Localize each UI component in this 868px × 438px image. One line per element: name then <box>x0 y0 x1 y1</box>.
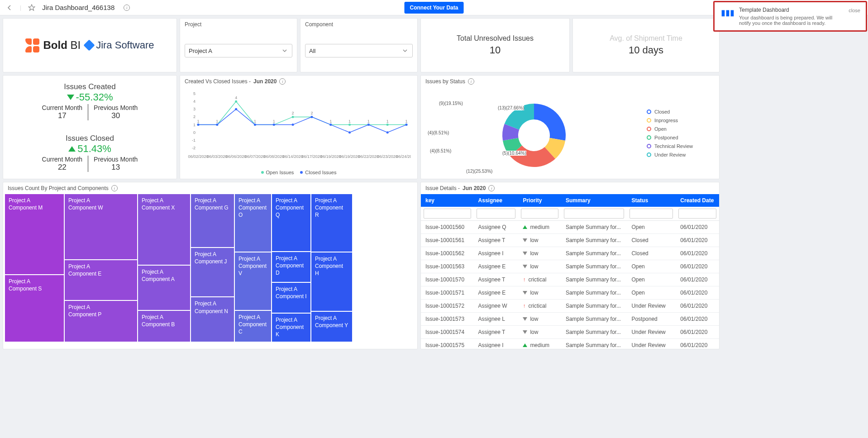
svg-text:06/17/2020: 06/17/2020 <box>301 154 322 159</box>
col-header[interactable]: Summary <box>561 194 627 207</box>
component-select[interactable]: All <box>305 44 413 57</box>
component-label: Component <box>300 19 417 30</box>
table-row[interactable]: Issue-10001563Assignee ElowSample Summar… <box>421 260 719 273</box>
col-filter[interactable] <box>564 209 625 219</box>
back-icon[interactable] <box>5 4 14 12</box>
trend-down-icon <box>67 95 74 100</box>
treemap-tile[interactable]: Project AComponent Y <box>311 312 352 342</box>
col-filter[interactable] <box>521 209 558 219</box>
treemap-tile[interactable]: Project AComponent N <box>191 297 234 342</box>
toast-body: Your dashboard is being prepared. We wil… <box>739 15 843 26</box>
treemap-tile[interactable]: Project AComponent I <box>272 283 310 313</box>
table-row[interactable]: Issue-10001562Assignee IlowSample Summar… <box>421 247 719 260</box>
svg-text:5: 5 <box>193 91 196 96</box>
legend-item[interactable]: Inprogress <box>647 118 719 123</box>
table-row[interactable]: Issue-10001575Assignee ImediumSample Sum… <box>421 339 719 348</box>
connect-data-button[interactable]: Connect Your Data <box>405 2 464 14</box>
jira-logo: Jira Software <box>85 39 154 51</box>
svg-text:-2: -2 <box>192 146 196 150</box>
table-row[interactable]: Issue-10001574Assignee TlowSample Summar… <box>421 326 719 339</box>
legend-item[interactable]: Technical Review <box>647 143 719 149</box>
treemap-tile[interactable]: Project AComponent A <box>138 266 190 310</box>
treemap-tile[interactable]: Project AComponent S <box>5 275 64 342</box>
treemap-tile[interactable]: Project AComponent D <box>272 252 310 282</box>
svg-text:2: 2 <box>193 114 196 119</box>
treemap-tile[interactable]: Project AComponent V <box>235 252 271 310</box>
svg-point-42 <box>216 124 218 126</box>
table-row[interactable]: Issue-10001571Assignee ElowSample Summar… <box>421 286 719 300</box>
pie-chart[interactable] <box>484 90 584 176</box>
table-row[interactable]: Issue-10001573Assignee LlowSample Summar… <box>421 313 719 326</box>
treemap-tile[interactable]: Project AComponent X <box>138 194 190 265</box>
col-filter[interactable] <box>477 209 516 219</box>
kpi-created-closed-card: Issues Created -55.32% Current Month17 P… <box>3 75 177 179</box>
treemap-tile[interactable]: Project AComponent W <box>65 194 137 259</box>
table-row[interactable]: Issue-10001560Assignee QmediumSample Sum… <box>421 221 719 234</box>
info-icon[interactable]: i <box>111 185 118 191</box>
svg-text:1: 1 <box>367 119 370 124</box>
treemap-tile[interactable]: Project AComponent K <box>272 314 310 342</box>
col-header[interactable]: Assignee <box>474 194 519 207</box>
table-row[interactable]: Issue-10001561Assignee TlowSample Summar… <box>421 234 719 247</box>
table-row[interactable]: Issue-10001570Assignee T↑cricticalSample… <box>421 273 719 286</box>
legend-item[interactable]: Closed <box>647 109 719 114</box>
logo-card: Bold BI Jira Software <box>3 18 177 72</box>
legend-item[interactable]: Open <box>647 126 719 132</box>
trend-up-icon <box>68 146 76 152</box>
col-header[interactable]: Created Date <box>676 194 719 207</box>
col-filter[interactable] <box>630 209 673 219</box>
treemap-card: Issues Count By Project and Componentsi … <box>3 182 418 349</box>
svg-text:1: 1 <box>329 119 332 124</box>
svg-text:1: 1 <box>273 119 275 124</box>
svg-text:06/07/2020: 06/07/2020 <box>245 154 265 159</box>
project-label: Project <box>180 19 297 30</box>
line-chart[interactable]: -2-101234506/02/202006/03/202006/06/2020… <box>185 89 411 162</box>
toast-title: Template Dashboard <box>739 7 843 13</box>
treemap-tile[interactable]: Project AComponent O <box>235 194 271 252</box>
svg-point-50 <box>367 124 370 126</box>
svg-point-43 <box>235 108 237 110</box>
svg-point-44 <box>254 124 256 126</box>
legend-item[interactable]: Under Review <box>647 152 719 157</box>
svg-text:06/24/2020: 06/24/2020 <box>396 154 411 159</box>
info-icon[interactable]: i <box>279 78 286 85</box>
template-dashboard-toast: ▮▮▮ Template Dashboard Your dashboard is… <box>713 1 867 32</box>
page-title: Jira Dashboard_466138 <box>42 4 114 11</box>
svg-text:0: 0 <box>193 130 196 135</box>
treemap-tile[interactable]: Project AComponent B <box>138 311 190 342</box>
info-icon[interactable]: i <box>488 185 495 191</box>
col-header[interactable]: Status <box>627 194 676 207</box>
legend-item[interactable]: Postponed <box>647 135 719 140</box>
project-filter-card: Project Project A <box>180 18 297 72</box>
svg-point-47 <box>310 116 313 118</box>
line-chart-card: Created Vs Closed Issues - Jun 2020i -2-… <box>180 75 418 179</box>
treemap-tile[interactable]: Project AComponent C <box>235 311 271 342</box>
treemap-tile[interactable]: Project AComponent P <box>65 301 137 342</box>
treemap-tile[interactable]: Project AComponent H <box>311 252 352 311</box>
toast-close-button[interactable]: close <box>848 7 861 14</box>
treemap-tile[interactable]: Project AComponent Q <box>272 194 310 251</box>
svg-text:2: 2 <box>310 111 313 115</box>
info-icon[interactable]: i <box>123 4 131 12</box>
treemap-tile[interactable]: Project AComponent G <box>191 194 234 247</box>
table-row[interactable]: Issue-10001572Assignee W↑cricticalSample… <box>421 300 719 313</box>
issue-table[interactable]: keyAssigneePrioritySummaryStatusCreated … <box>421 194 719 348</box>
info-icon[interactable]: i <box>468 78 474 85</box>
svg-text:1: 1 <box>216 119 218 124</box>
treemap-tile[interactable]: Project AComponent R <box>311 194 352 252</box>
treemap-tile[interactable]: Project AComponent J <box>191 248 234 296</box>
treemap-tile[interactable]: Project AComponent M <box>5 194 64 274</box>
svg-text:2: 2 <box>292 111 294 115</box>
col-header[interactable]: key <box>421 194 474 207</box>
col-header[interactable]: Priority <box>518 194 561 207</box>
svg-text:06/06/2020: 06/06/2020 <box>226 154 246 159</box>
svg-text:06/14/2020: 06/14/2020 <box>283 154 303 159</box>
treemap-tile[interactable]: Project AComponent E <box>65 260 137 300</box>
col-filter[interactable] <box>678 209 716 219</box>
svg-point-37 <box>348 124 351 126</box>
star-icon[interactable] <box>28 4 36 12</box>
svg-text:06/23/2020: 06/23/2020 <box>377 154 398 159</box>
avg-shipment-card: Avg. of Shipment Time 10 days <box>572 18 720 72</box>
col-filter[interactable] <box>424 209 471 219</box>
project-select[interactable]: Project A <box>185 44 292 57</box>
